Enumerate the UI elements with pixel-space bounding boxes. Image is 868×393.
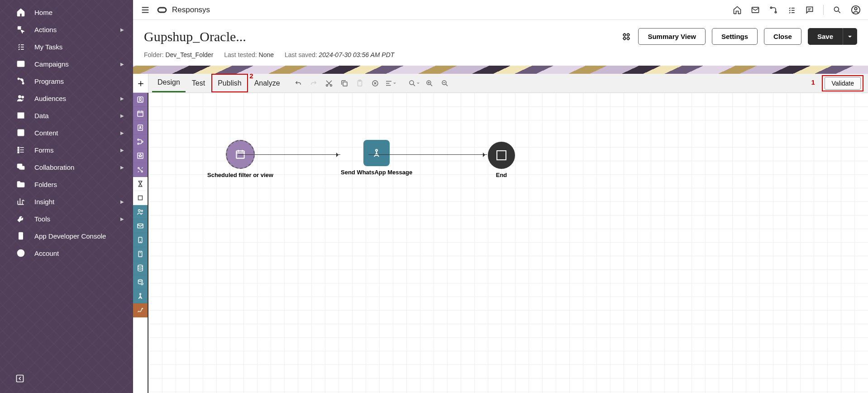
zoom-out-icon[interactable]	[439, 77, 451, 90]
align-icon[interactable]	[384, 77, 397, 90]
palette-device2-icon[interactable]	[133, 247, 148, 261]
user-icon[interactable]	[851, 5, 861, 15]
palette-connect-icon[interactable]	[133, 163, 148, 177]
last-tested-value: None	[259, 51, 274, 58]
palette-device1-icon[interactable]	[133, 233, 148, 247]
design-canvas[interactable]: Scheduled filter or view Send WhatsApp M…	[148, 93, 868, 393]
palette-schedule-icon[interactable]	[133, 107, 148, 121]
callout-1: 1	[811, 78, 815, 86]
comment-icon[interactable]	[805, 5, 814, 14]
sidebar-item-tasks[interactable]: My Tasks	[0, 38, 133, 55]
svg-point-18	[770, 7, 772, 8]
sidebar-item-label: App Developer Console	[34, 232, 106, 240]
home-icon[interactable]	[733, 5, 742, 14]
svg-point-24	[627, 34, 630, 36]
chevron-right-icon: ▶	[120, 165, 124, 170]
edge-1	[238, 154, 340, 155]
svg-point-54	[138, 265, 143, 267]
node-end[interactable]: End	[488, 142, 515, 179]
sidebar-item-insight[interactable]: Insight ▶	[0, 193, 133, 210]
sidebar-item-collab[interactable]: Collaboration ▶	[0, 158, 133, 176]
node-scheduled-filter[interactable]: Scheduled filter or view	[207, 140, 273, 179]
home-icon	[14, 8, 27, 17]
palette-db-settings-icon[interactable]	[133, 275, 148, 289]
svg-point-2	[18, 78, 19, 79]
sidebar-item-programs[interactable]: Programs	[0, 72, 133, 90]
settings-gear-icon[interactable]	[621, 31, 632, 42]
menu-icon[interactable]	[140, 5, 150, 15]
sidebar-item-label: Actions	[34, 26, 57, 34]
chevron-right-icon: ▶	[120, 113, 124, 118]
sidebar-item-home[interactable]: Home	[0, 4, 133, 21]
cut-icon[interactable]	[323, 77, 335, 90]
summary-view-button[interactable]: Summary View	[638, 28, 705, 45]
palette-end-icon[interactable]	[133, 191, 148, 205]
sidebar-collapse-button[interactable]	[14, 373, 25, 384]
decorative-strip	[133, 66, 868, 74]
sidebar-item-data[interactable]: Data ▶	[0, 107, 133, 124]
chevron-right-icon: ▶	[120, 62, 124, 67]
zoom-dropdown-icon[interactable]	[408, 77, 420, 90]
campaigns-icon	[14, 59, 27, 68]
sidebar-item-label: Insight	[34, 198, 54, 206]
flow-icon[interactable]	[769, 5, 778, 14]
sidebar-item-forms[interactable]: Forms ▶	[0, 141, 133, 158]
sidebar-item-console[interactable]: App Developer Console	[0, 227, 133, 244]
sidebar-item-content[interactable]: Content ▶	[0, 124, 133, 141]
palette-timer-icon[interactable]	[133, 177, 148, 191]
palette-person-icon[interactable]	[133, 121, 148, 135]
svg-rect-6	[18, 113, 24, 118]
sidebar-item-label: Folders	[34, 181, 57, 188]
topbar: Responsys	[133, 0, 868, 20]
palette-branch-icon[interactable]	[133, 135, 148, 149]
sidebar-item-account[interactable]: Account	[0, 244, 133, 262]
sidebar-item-actions[interactable]: Actions ▶	[0, 21, 133, 38]
node-send-whatsapp[interactable]: Send WhatsApp Message	[341, 140, 412, 176]
sidebar-item-folders[interactable]: Folders	[0, 176, 133, 193]
close-button[interactable]: Close	[764, 28, 801, 45]
sidebar-item-label: Collaboration	[34, 163, 74, 171]
redo-icon[interactable]	[307, 77, 320, 90]
tab-design[interactable]: Design	[152, 74, 186, 92]
save-button[interactable]: Save	[808, 28, 843, 45]
sidebar-item-tools[interactable]: Tools ▶	[0, 210, 133, 227]
svg-rect-38	[138, 111, 143, 116]
palette-compass-icon[interactable]	[133, 289, 148, 303]
copy-icon[interactable]	[338, 77, 351, 90]
zoom-in-icon[interactable]	[423, 77, 436, 90]
mail-icon[interactable]	[751, 5, 760, 14]
forms-icon	[14, 145, 27, 154]
svg-point-22	[854, 7, 857, 10]
tab-publish[interactable]: Publish2	[211, 74, 248, 92]
paste-icon[interactable]	[353, 77, 366, 90]
save-dropdown-button[interactable]	[843, 28, 857, 45]
svg-point-33	[410, 81, 414, 85]
svg-point-45	[138, 168, 139, 169]
palette-audience-icon[interactable]	[133, 93, 148, 107]
sidebar-item-campaigns[interactable]: Campaigns ▶	[0, 55, 133, 72]
sidebar-item-label: Programs	[34, 77, 64, 85]
design-toolbar: ＋ DesignTestPublish2Analyze 1 Validate	[133, 74, 868, 93]
checklist-icon[interactable]	[787, 5, 796, 14]
folder-value: Dev_Test_Folder	[165, 51, 213, 58]
palette-database-icon[interactable]	[133, 261, 148, 275]
palette-people-icon[interactable]	[133, 205, 148, 219]
tools-icon	[14, 214, 27, 223]
add-button[interactable]: ＋	[133, 74, 148, 92]
tab-test[interactable]: Test	[186, 74, 210, 92]
palette-email-icon[interactable]	[133, 219, 148, 233]
svg-point-3	[22, 82, 24, 84]
tab-analyze[interactable]: Analyze	[249, 74, 286, 92]
search-icon[interactable]	[833, 5, 842, 14]
delete-icon[interactable]	[369, 77, 382, 90]
palette-star-icon[interactable]	[133, 149, 148, 163]
sidebar-item-audiences[interactable]: Audiences ▶	[0, 90, 133, 107]
svg-point-56	[141, 283, 143, 285]
chevron-right-icon: ▶	[120, 216, 124, 221]
undo-icon[interactable]	[292, 77, 305, 90]
validate-button[interactable]: Validate	[825, 77, 861, 90]
palette-path-icon[interactable]	[133, 303, 148, 317]
settings-button[interactable]: Settings	[712, 28, 758, 45]
brand-label: Responsys	[172, 5, 210, 14]
node-start-label: Scheduled filter or view	[207, 172, 273, 179]
